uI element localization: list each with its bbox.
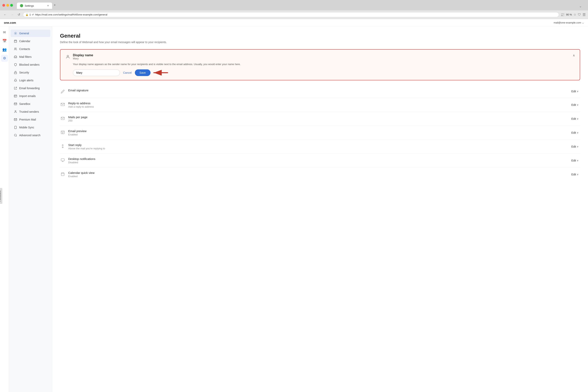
main-content: General Define the look of Webmail and h…	[52, 26, 588, 392]
sidebar-label-advanced-search: Advanced search	[19, 134, 40, 137]
trusted-senders-icon	[14, 110, 17, 114]
sanebox-icon	[14, 102, 17, 106]
sidebar-item-import-emails[interactable]: Import emails	[10, 92, 50, 100]
email-preview-icon	[60, 130, 66, 135]
login-alerts-icon	[14, 78, 17, 82]
email-preview-edit-button[interactable]: Edit ∨	[570, 130, 580, 135]
feedback-tab[interactable]: Feedback	[0, 188, 2, 204]
tab-title: Settings	[25, 4, 34, 7]
info-icon: ℹ	[30, 13, 30, 16]
sidebar-item-sanebox[interactable]: SaneBox	[10, 100, 50, 108]
sidebar-item-email-forwarding[interactable]: Email forwarding	[10, 84, 50, 92]
sidebar-item-premium-mail[interactable]: Premium Mail	[10, 116, 50, 123]
calendar-quick-view-icon	[60, 171, 66, 177]
arrow-indicator	[153, 70, 168, 76]
mails-per-page-edit-button[interactable]: Edit ∨	[570, 116, 580, 121]
calendar-quick-view-edit-button[interactable]: Edit ∨	[570, 172, 580, 177]
import-emails-icon	[14, 94, 17, 98]
menu-icon[interactable]: ☰	[582, 12, 586, 17]
svg-rect-27	[61, 173, 64, 176]
icon-nav: ✉ 📅 👥 ⚙	[0, 26, 9, 392]
display-name-description: Your display name appears as the sender …	[65, 62, 575, 66]
shield-icon: 🛡	[578, 13, 581, 16]
start-reply-icon	[60, 144, 66, 149]
start-reply-edit-button[interactable]: Edit ∨	[570, 144, 580, 149]
advanced-search-icon	[14, 134, 17, 137]
sidebar-item-login-alerts[interactable]: Login alerts	[10, 77, 50, 84]
svg-point-10	[15, 110, 16, 112]
calendar-icon	[14, 40, 17, 43]
sidebar-label-import-emails: Import emails	[19, 94, 36, 98]
calendar-quick-view-value: Enabled	[68, 175, 94, 178]
mobile-sync-icon	[14, 126, 17, 129]
back-button[interactable]: ←	[2, 12, 8, 17]
user-email: mail@one-example.com	[554, 21, 581, 24]
security-icon: 🔒	[26, 13, 28, 16]
active-tab[interactable]: Settings ✕	[17, 2, 52, 9]
display-name-input[interactable]	[73, 70, 120, 76]
sidebar-item-advanced-search[interactable]: Advanced search	[10, 132, 50, 139]
sidebar-label-login-alerts: Login alerts	[19, 79, 33, 82]
settings-rows: Email signature Edit ∨ Reply-to address …	[60, 85, 580, 181]
svg-rect-24	[61, 158, 64, 161]
more-tabs-button[interactable]: ⌄	[578, 4, 583, 9]
sidebar-label-calendar: Calendar	[19, 40, 30, 43]
maximize-button[interactable]	[10, 4, 13, 7]
svg-rect-6	[14, 72, 17, 74]
minimize-button[interactable]	[6, 4, 9, 7]
svg-point-15	[67, 55, 68, 57]
svg-rect-11	[14, 126, 16, 128]
nav-contacts[interactable]: 👥	[1, 46, 8, 53]
sidebar-item-mobile-sync[interactable]: Mobile Sync	[10, 124, 50, 131]
settings-row-reply-to-address: Reply-to address Add a reply-to address …	[60, 98, 580, 112]
tab-close-button[interactable]: ✕	[47, 4, 49, 7]
desktop-notifications-edit-button[interactable]: Edit ∨	[570, 158, 580, 163]
new-tab-button[interactable]: +	[52, 2, 58, 9]
cancel-button[interactable]: Cancel	[122, 70, 132, 76]
forward-button[interactable]: →	[10, 12, 15, 17]
url-text[interactable]: https://mail.one.com/settings/mail%40one…	[35, 13, 556, 16]
email-signature-title: Email signature	[68, 88, 88, 92]
card-collapse-button[interactable]: ∧	[573, 54, 575, 57]
sidebar-label-blocked-senders: Blocked senders	[19, 63, 40, 66]
calendar-quick-view-title: Calendar quick view	[68, 171, 94, 174]
save-button[interactable]: Save	[135, 70, 150, 76]
contacts-icon	[14, 47, 17, 51]
mails-per-page-icon	[60, 116, 66, 121]
sidebar-item-general[interactable]: General	[10, 30, 50, 37]
sidebar-item-mail-filters[interactable]: Mail filters	[10, 53, 50, 60]
refresh-button[interactable]: ↺	[16, 12, 21, 17]
mails-per-page-value: 250	[68, 119, 88, 122]
close-button[interactable]	[2, 4, 5, 7]
sidebar-label-mobile-sync: Mobile Sync	[19, 126, 34, 129]
email-signature-chevron-icon: ∨	[577, 90, 578, 93]
display-name-label: Display name	[73, 54, 93, 57]
email-forwarding-icon	[14, 86, 17, 90]
sidebar-label-email-forwarding: Email forwarding	[19, 87, 40, 90]
svg-rect-7	[14, 95, 17, 97]
reply-to-address-chevron-icon: ∨	[577, 104, 578, 106]
settings-row-desktop-notifications: Desktop notifications Disabled Edit ∨	[60, 154, 580, 168]
sidebar-label-premium-mail: Premium Mail	[19, 118, 36, 121]
email-signature-edit-button[interactable]: Edit ∨	[570, 89, 580, 94]
sidebar-item-calendar[interactable]: Calendar	[10, 38, 50, 45]
settings-row-email-signature: Email signature Edit ∨	[60, 85, 580, 98]
sidebar-item-trusted-senders[interactable]: Trusted senders	[10, 108, 50, 116]
nav-calendar[interactable]: 📅	[1, 38, 8, 44]
display-name-card: Display name Mary ∧ Your display name ap…	[60, 49, 580, 80]
calendar-quick-view-chevron-icon: ∨	[577, 173, 578, 176]
sidebar-label-security: Security	[19, 71, 29, 74]
reply-to-address-edit-button[interactable]: Edit ∨	[570, 102, 580, 107]
sidebar-item-contacts[interactable]: Contacts	[10, 45, 50, 53]
sidebar-item-security[interactable]: Security	[10, 69, 50, 76]
sidebar-item-blocked-senders[interactable]: Blocked senders	[10, 61, 50, 68]
display-name-value: Mary	[73, 57, 93, 60]
translate-icon: ⇄	[32, 13, 34, 16]
sidebar-label-trusted-senders: Trusted senders	[19, 110, 39, 113]
desktop-notifications-chevron-icon: ∨	[577, 159, 578, 162]
nav-settings[interactable]: ⚙	[1, 55, 8, 62]
sidebar-label-contacts: Contacts	[19, 48, 30, 50]
bookmark-icon[interactable]: ☆	[574, 13, 576, 16]
user-menu[interactable]: mail@one-example.com ⌄	[554, 21, 584, 24]
nav-mail[interactable]: ✉	[1, 29, 8, 36]
